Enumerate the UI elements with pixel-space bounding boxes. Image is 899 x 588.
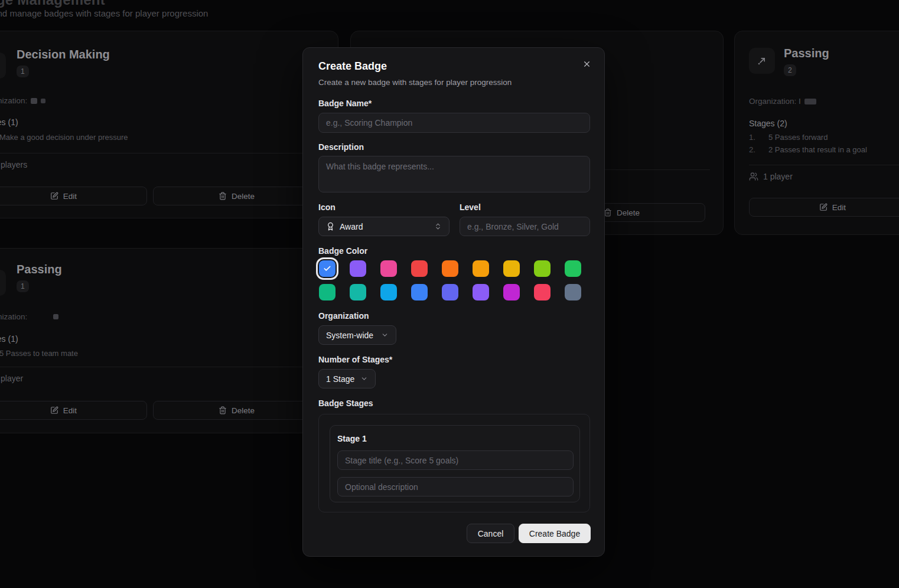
edit-button[interactable]: Edit xyxy=(0,401,147,420)
trash-icon xyxy=(219,406,227,414)
organization-label: Organization: xyxy=(0,312,27,321)
badge-icon-tile xyxy=(0,270,6,296)
edit-button[interactable]: Edit xyxy=(749,198,899,217)
edit-button-label: Edit xyxy=(832,203,846,212)
card-title: Decision Making xyxy=(17,48,110,61)
badge-color-swatch[interactable] xyxy=(565,260,581,277)
edit-button[interactable]: Edit xyxy=(0,187,147,205)
icon-label: Icon xyxy=(318,202,336,212)
dialog-subtitle: Create a new badge with stages for playe… xyxy=(318,78,512,87)
delete-button[interactable]: Delete xyxy=(153,187,320,205)
badge-color-swatch[interactable] xyxy=(411,284,428,300)
redacted-org-name xyxy=(53,314,58,319)
players-count: players xyxy=(1,160,27,169)
badge-color-swatch[interactable] xyxy=(503,284,520,300)
stages-label: Stages (1) xyxy=(0,334,18,344)
close-icon[interactable] xyxy=(582,60,591,68)
dialog-title: Create Badge xyxy=(318,60,387,73)
badge-color-swatch[interactable] xyxy=(503,260,520,277)
players-count: player xyxy=(1,374,23,383)
card-title: Passing xyxy=(17,263,62,276)
organization-label: Organization: I xyxy=(749,97,801,106)
badge-color-swatch[interactable] xyxy=(380,260,397,277)
icon-select-value: Award xyxy=(340,222,363,231)
check-icon xyxy=(323,264,331,273)
badge-color-swatch[interactable] xyxy=(473,284,489,300)
divider xyxy=(0,367,325,367)
organization-row: Organization: I xyxy=(749,97,816,106)
award-icon xyxy=(326,222,335,231)
organization-row: Organization: xyxy=(0,312,58,321)
stages-label: Stages (1) xyxy=(0,117,18,127)
organization-label: Organization: xyxy=(0,96,27,105)
badge-name-input[interactable] xyxy=(318,113,590,133)
badge-color-swatch[interactable] xyxy=(319,284,336,300)
stage-count-badge: 1 xyxy=(17,280,29,292)
stage-count-badge: 2 xyxy=(784,64,796,76)
badge-color-label: Badge Color xyxy=(318,246,367,256)
players-row: 1 player xyxy=(749,172,793,181)
divider xyxy=(749,165,899,165)
badge-color-swatch[interactable] xyxy=(565,284,581,300)
badge-color-swatch[interactable] xyxy=(473,260,489,277)
stage-title-input[interactable] xyxy=(337,450,574,470)
stage-1-card: Stage 1 xyxy=(330,425,580,502)
badge-color-swatch[interactable] xyxy=(350,284,366,300)
stage-list-item: 1. Make a good decision under pressure xyxy=(0,133,311,142)
trash-icon xyxy=(604,208,612,217)
edit-button-label: Edit xyxy=(63,406,77,415)
cancel-button[interactable]: Cancel xyxy=(467,524,514,543)
badge-color-swatch[interactable] xyxy=(442,260,458,277)
organization-row: Organization: xyxy=(0,96,45,105)
stage-count-badge: 1 xyxy=(17,66,29,77)
badge-card-decision-making: Decision Making 1 Organization: Stages (… xyxy=(0,31,338,218)
badge-color-row xyxy=(319,260,581,277)
stage-text: Make a good decision under pressure xyxy=(0,133,128,142)
organization-label: Organization xyxy=(318,311,369,321)
badge-color-swatch[interactable] xyxy=(442,284,458,300)
organization-select-value: System-wide xyxy=(326,331,373,340)
badge-color-swatch[interactable] xyxy=(534,284,551,300)
card-title: Passing xyxy=(784,47,829,60)
create-badge-button[interactable]: Create Badge xyxy=(519,524,591,543)
redacted-org-name xyxy=(31,98,37,104)
create-badge-dialog: Create Badge Create a new badge with sta… xyxy=(302,47,605,557)
delete-button[interactable]: Delete xyxy=(153,401,320,420)
stage-list-item: 2. 2 Passes that result in a goal xyxy=(749,145,899,154)
stage-text: 5 Passes to team mate xyxy=(0,349,78,358)
badge-color-swatch[interactable] xyxy=(411,260,428,277)
delete-button-label: Delete xyxy=(617,208,640,217)
stage-description-input[interactable] xyxy=(337,477,574,496)
badge-color-picker xyxy=(319,260,581,300)
badge-icon-tile xyxy=(0,53,6,79)
edit-pencil-icon xyxy=(50,406,58,414)
page-subtitle: Create and manage badges with stages for… xyxy=(0,8,208,18)
chevron-down-icon xyxy=(360,375,368,383)
delete-button-label: Delete xyxy=(232,406,255,415)
icon-select[interactable]: Award xyxy=(318,217,450,236)
level-label: Level xyxy=(460,202,481,212)
badge-color-swatch[interactable] xyxy=(534,260,551,277)
description-textarea[interactable] xyxy=(318,156,590,192)
badge-color-swatch[interactable] xyxy=(350,260,366,277)
edit-pencil-icon xyxy=(50,192,58,200)
chevron-down-icon xyxy=(381,331,389,339)
arrow-up-right-icon xyxy=(756,55,768,67)
organization-select[interactable]: System-wide xyxy=(318,325,396,345)
redacted-org-name xyxy=(41,99,45,103)
players-count: 1 player xyxy=(763,172,793,181)
stage-list-item: 1. 5 Passes forward xyxy=(749,133,899,142)
number-of-stages-label: Number of Stages* xyxy=(318,355,392,364)
badge-stages-container: Stage 1 xyxy=(318,414,590,512)
redacted-org-name xyxy=(804,99,816,104)
level-input[interactable] xyxy=(460,217,590,236)
stage-number: 2. xyxy=(749,145,768,154)
page-title: Badge Management xyxy=(0,0,105,8)
badge-color-row xyxy=(319,284,581,300)
badge-color-swatch-selected[interactable] xyxy=(319,260,336,277)
users-icon xyxy=(749,172,758,181)
stages-label: Stages (2) xyxy=(749,119,787,128)
edit-pencil-icon xyxy=(819,203,828,211)
number-of-stages-select[interactable]: 1 Stage xyxy=(318,369,376,388)
badge-color-swatch[interactable] xyxy=(380,284,397,300)
